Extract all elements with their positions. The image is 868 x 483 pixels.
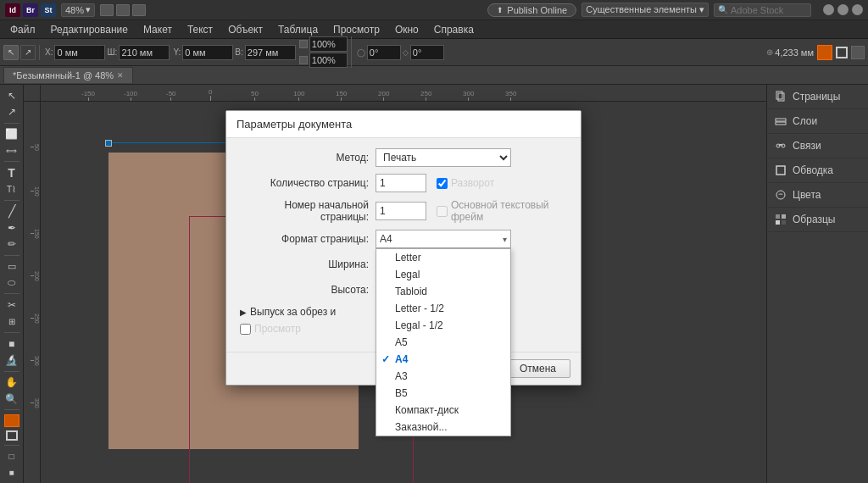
- tool-ellipse[interactable]: ⬭: [3, 275, 21, 290]
- tool-rect[interactable]: ▭: [3, 259, 21, 274]
- dropdown-item-legal[interactable]: Legal: [376, 266, 510, 283]
- dropdown-item-letter-half[interactable]: Letter - 1/2: [376, 300, 510, 317]
- pages-row: Количество страниц: Разворот: [240, 174, 567, 192]
- x-input[interactable]: [54, 45, 105, 60]
- search-bar[interactable]: 🔍: [714, 3, 811, 17]
- menu-help[interactable]: Справка: [427, 22, 481, 37]
- view-btn-1[interactable]: [100, 4, 114, 16]
- dropdown-item-legal-half[interactable]: Legal - 1/2: [376, 317, 510, 334]
- tool-sep-4: [4, 255, 19, 256]
- tool-hand[interactable]: ✋: [3, 375, 21, 389]
- tool-direct-select[interactable]: ↗: [3, 104, 21, 119]
- selection-tool-btn[interactable]: ↖: [3, 45, 19, 60]
- start-page-label: Номер начальной страницы:: [240, 199, 376, 223]
- tab-close-btn[interactable]: ✕: [117, 71, 124, 80]
- vtick-150: 150: [31, 229, 40, 239]
- h-input[interactable]: [245, 45, 296, 60]
- page-size-select[interactable]: А4 ▾: [376, 230, 511, 248]
- zoom-dropdown-icon[interactable]: ▾: [86, 4, 91, 15]
- primary-frame-checkbox[interactable]: [437, 206, 448, 217]
- search-input[interactable]: [731, 5, 807, 15]
- tool-eyedropper[interactable]: 🔬: [3, 353, 21, 367]
- w-input[interactable]: [119, 45, 170, 60]
- y-input[interactable]: [182, 45, 233, 60]
- color-swatch[interactable]: [817, 45, 832, 60]
- menu-text[interactable]: Текст: [181, 22, 220, 37]
- panel-layers[interactable]: Слои: [767, 109, 868, 134]
- dropdown-item-b5[interactable]: B5: [376, 385, 510, 402]
- tool-pencil[interactable]: ✏: [3, 237, 21, 252]
- dropdown-item-letter[interactable]: Letter: [376, 249, 510, 266]
- tool-gap[interactable]: ⟺: [3, 143, 21, 158]
- tool-scissors[interactable]: ✂: [3, 297, 21, 312]
- stroke-swatch[interactable]: [836, 47, 848, 58]
- facing-pages-checkbox[interactable]: [437, 178, 448, 189]
- tool-gradient[interactable]: ■: [3, 336, 21, 351]
- menu-edit[interactable]: Редактирование: [44, 22, 135, 37]
- tool-transform[interactable]: ⊞: [3, 314, 21, 329]
- window-minimize-button[interactable]: [823, 4, 834, 15]
- tool-preview[interactable]: ■: [3, 465, 21, 480]
- menu-object[interactable]: Объект: [221, 22, 270, 37]
- y-label: Y:: [173, 47, 181, 57]
- angle-input[interactable]: [367, 45, 401, 60]
- svg-rect-9: [782, 214, 786, 219]
- links-label: Связи: [793, 140, 821, 152]
- menu-file[interactable]: Файл: [3, 22, 42, 37]
- fill-color-swatch[interactable]: [4, 414, 19, 427]
- dropdown-item-a3[interactable]: A3: [376, 368, 510, 385]
- document-tab[interactable]: *Безымянный-1 @ 48% ✕: [3, 67, 133, 83]
- stroke-label: Обводка: [793, 164, 833, 176]
- panel-color[interactable]: Цвета: [767, 183, 868, 208]
- view-btn-2[interactable]: [116, 4, 130, 16]
- htick-150b: 150: [336, 90, 347, 101]
- view-btn-3[interactable]: [132, 4, 146, 16]
- dropdown-item-tabloid[interactable]: Tabloid: [376, 283, 510, 300]
- tool-zoom[interactable]: 🔍: [3, 391, 21, 406]
- tool-normal[interactable]: □: [3, 448, 21, 463]
- zoom-control[interactable]: 48% ▾: [61, 3, 95, 17]
- toolbar-extra-btn[interactable]: [851, 46, 865, 59]
- menu-table[interactable]: Таблица: [271, 22, 325, 37]
- facing-pages-label: Разворот: [437, 177, 494, 189]
- dropdown-item-a4[interactable]: А4: [376, 351, 510, 368]
- direct-select-btn[interactable]: ↗: [20, 45, 36, 60]
- method-select[interactable]: Печать Веб Мобильные: [376, 148, 511, 167]
- panel-pages[interactable]: Страницы: [767, 85, 868, 109]
- tool-type-path[interactable]: T⌇: [3, 182, 21, 197]
- htick-350: 350: [505, 90, 516, 101]
- scale-w-input[interactable]: [309, 36, 348, 52]
- window-close-button[interactable]: [852, 4, 863, 15]
- dropdown-item-a5[interactable]: A5: [376, 334, 510, 351]
- menu-view[interactable]: Просмотр: [326, 22, 387, 37]
- stroke-color-swatch[interactable]: [6, 430, 18, 441]
- shear-input[interactable]: [410, 45, 444, 60]
- tool-line[interactable]: ╱: [3, 204, 21, 219]
- panel-swatches[interactable]: Образцы: [767, 208, 868, 232]
- dropdown-item-custom[interactable]: Заказной...: [376, 419, 510, 436]
- window-maximize-button[interactable]: [837, 4, 849, 15]
- vtick-100: 100: [31, 186, 40, 197]
- scale-h-input[interactable]: [309, 53, 348, 68]
- menu-window[interactable]: Окно: [388, 22, 426, 37]
- vtick-300: 300: [31, 356, 40, 366]
- ruler-corner: [24, 85, 41, 102]
- tool-page[interactable]: ⬜: [3, 127, 21, 142]
- tool-type[interactable]: T: [3, 165, 21, 180]
- workspace-select[interactable]: Существенные элементы ▾: [581, 3, 709, 17]
- pages-icon: [774, 90, 787, 103]
- main-area: ↖ ↗ ⬜ ⟺ T T⌇ ╱ ✒ ✏ ▭ ⬭ ✂ ⊞ ■ 🔬 ✋ 🔍 □ ■: [0, 85, 868, 483]
- publish-online-button[interactable]: ⬆ Publish Online: [487, 3, 576, 17]
- dropdown-item-compact[interactable]: Компакт-диск: [376, 402, 510, 419]
- pages-label: Страницы: [793, 91, 840, 103]
- pages-input[interactable]: [376, 174, 426, 192]
- htick-100: -100: [124, 90, 137, 101]
- menu-layout[interactable]: Макет: [136, 22, 179, 37]
- cancel-button[interactable]: Отмена: [505, 359, 570, 378]
- start-page-input[interactable]: [376, 202, 426, 220]
- panel-stroke[interactable]: Обводка: [767, 158, 868, 183]
- tool-select[interactable]: ↖: [3, 88, 21, 103]
- preview-checkbox[interactable]: [240, 324, 251, 335]
- tool-pen[interactable]: ✒: [3, 220, 21, 235]
- panel-links[interactable]: Связи: [767, 134, 868, 158]
